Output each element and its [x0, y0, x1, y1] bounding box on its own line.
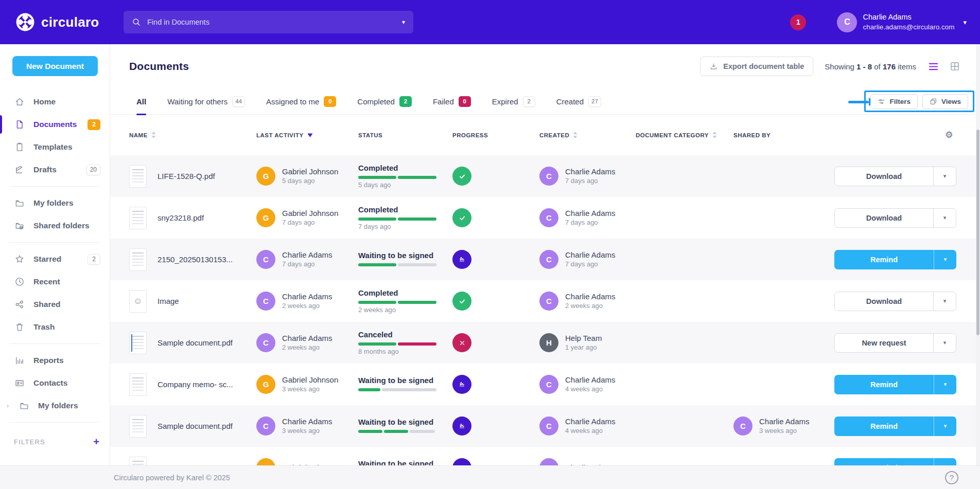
document-name[interactable]: Company memo- sc...: [157, 380, 233, 389]
list-view-icon[interactable]: [927, 61, 939, 72]
sort-icon[interactable]: [151, 132, 156, 138]
sidebar-item-home[interactable]: Home: [0, 90, 110, 113]
tab-expired[interactable]: Expired 2: [492, 88, 535, 115]
tab-all[interactable]: All: [136, 88, 146, 115]
user-menu[interactable]: C Charlie Adams charlie.adams@circularo.…: [837, 12, 967, 32]
sidebar-divider: [9, 242, 100, 243]
document-name[interactable]: Sample document.pdf: [157, 422, 233, 430]
document-name[interactable]: 2150_20250130153...: [157, 255, 233, 264]
remind-button[interactable]: Remind▾: [834, 250, 956, 269]
person-time: 7 days ago: [565, 260, 616, 269]
app-logo[interactable]: circularo: [15, 0, 99, 44]
sidebar-item-drafts[interactable]: Drafts 20: [0, 158, 110, 181]
sidebar-item-contacts[interactable]: Contacts: [0, 372, 110, 394]
progress-bar: [358, 218, 436, 221]
column-header-document-category[interactable]: DOCUMENT CATEGORY: [636, 132, 733, 138]
global-search-input[interactable]: Find in Documents ▾: [124, 11, 413, 33]
tab-completed[interactable]: Completed 2: [357, 88, 412, 115]
chevron-down-icon[interactable]: ▾: [934, 250, 956, 269]
download-icon: [709, 62, 718, 71]
notification-badge[interactable]: 1: [790, 14, 806, 30]
sidebar-item-shared-folders[interactable]: Shared folders: [0, 214, 110, 237]
download-button[interactable]: Download▾: [834, 208, 956, 228]
views-button[interactable]: Views: [922, 94, 968, 109]
table-row[interactable]: Sample document.pdf CCharlie Adams2 week…: [110, 322, 980, 364]
chevron-down-icon[interactable]: ▾: [933, 292, 956, 311]
share-icon: [14, 299, 25, 310]
table-row[interactable]: sny23218.pdf GGabriel Johnson7 days ago …: [110, 197, 980, 239]
document-name[interactable]: Image: [157, 297, 179, 305]
column-header-name[interactable]: NAME: [129, 132, 256, 138]
person-time: 7 days ago: [282, 260, 332, 269]
chevron-right-icon[interactable]: ›: [7, 402, 9, 409]
sidebar-item-recent[interactable]: Recent: [0, 270, 110, 293]
status-label: Waiting to be signed: [358, 251, 452, 260]
column-header-progress[interactable]: PROGRESS: [452, 132, 539, 138]
sidebar-item-reports[interactable]: Reports: [0, 349, 110, 372]
column-header-status[interactable]: STATUS: [358, 132, 452, 138]
table-row[interactable]: Sample document.pdf CCharlie Adams3 week…: [110, 405, 980, 447]
document-name[interactable]: Sample document.pdf: [157, 338, 233, 347]
sidebar-item-trash[interactable]: Trash: [0, 316, 110, 338]
help-icon[interactable]: ?: [945, 471, 958, 484]
new-request-button[interactable]: New request▾: [834, 333, 956, 353]
scrollbar-thumb[interactable]: [976, 130, 979, 335]
document-name[interactable]: sny23218.pdf: [157, 213, 204, 222]
download-button[interactable]: Download▾: [834, 167, 956, 186]
chevron-down-icon[interactable]: ▾: [933, 209, 956, 227]
tab-failed[interactable]: Failed 0: [433, 88, 471, 115]
settings-gear-icon[interactable]: ⚙: [945, 130, 953, 140]
remind-button[interactable]: Remind▾: [834, 416, 956, 436]
sort-icon[interactable]: [573, 132, 577, 138]
document-name[interactable]: LIFE-1528-Q.pdf: [157, 172, 215, 180]
draft-pencil-icon: [14, 165, 25, 175]
scrollbar[interactable]: [976, 44, 980, 489]
sidebar-item-shared[interactable]: Shared: [0, 293, 110, 316]
column-header-created[interactable]: CREATED: [539, 132, 636, 138]
remind-button[interactable]: Remind▾: [834, 375, 956, 394]
sidebar-item-templates[interactable]: Templates: [0, 136, 110, 158]
chevron-down-icon[interactable]: ▾: [934, 416, 956, 436]
download-button[interactable]: Download▾: [834, 292, 956, 311]
document-thumbnail: [129, 332, 147, 354]
avatar: C: [733, 416, 752, 436]
tab-created[interactable]: Created 27: [556, 88, 601, 115]
sort-icon[interactable]: [712, 132, 717, 138]
sidebar-item-starred[interactable]: Starred 2: [0, 248, 110, 270]
column-header-shared-by[interactable]: SHARED BY: [733, 132, 834, 138]
tab-label: Waiting for others: [167, 97, 227, 106]
sort-desc-icon[interactable]: [307, 133, 313, 137]
add-filter-plus-icon[interactable]: +: [93, 436, 99, 448]
sidebar-item-my-folders-tree[interactable]: › My folders: [0, 394, 110, 417]
table-row[interactable]: LIFE-1528-Q.pdf GGabriel Johnson5 days a…: [110, 155, 980, 197]
folder-icon: [14, 198, 25, 209]
table-row[interactable]: Company memo- sc... GGabriel Johnson3 we…: [110, 364, 980, 405]
tab-waiting-for-others[interactable]: Waiting for others 44: [167, 88, 245, 115]
filters-button[interactable]: Filters: [870, 94, 918, 109]
person-time: 1 year ago: [565, 343, 602, 352]
chevron-down-icon[interactable]: ▾: [933, 167, 956, 186]
table-row[interactable]: 2150_20250130153... CCharlie Adams7 days…: [110, 239, 980, 280]
sidebar-item-my-folders[interactable]: My folders: [0, 192, 110, 214]
tab-assigned-to-me[interactable]: Assigned to me 0: [266, 88, 336, 115]
new-document-button[interactable]: New Document: [12, 56, 98, 76]
avatar: C: [256, 250, 275, 269]
table-row[interactable]: ☺Image CCharlie Adams2 weeks ago Complet…: [110, 280, 980, 322]
sidebar-item-documents[interactable]: Documents 2: [0, 113, 110, 136]
annotation-highlight-box: Filters Views: [864, 90, 974, 112]
status-time: 8 months ago: [358, 348, 452, 355]
tab-label: All: [136, 97, 146, 106]
chevron-down-icon[interactable]: ▾: [933, 334, 956, 352]
export-document-table-button[interactable]: Export document table: [700, 57, 813, 76]
status-label: Waiting to be signed: [358, 376, 452, 385]
sidebar-item-label: Shared: [33, 300, 61, 309]
grid-view-icon[interactable]: [949, 61, 960, 72]
chevron-down-icon[interactable]: ▾: [934, 375, 956, 394]
person-time: 7 days ago: [565, 177, 616, 186]
column-header-last-activity[interactable]: LAST ACTIVITY: [256, 132, 358, 138]
status-label: Completed: [358, 205, 452, 214]
person-name: Help Team: [565, 333, 602, 343]
signature-icon: [452, 375, 471, 394]
search-scope-chevron-down-icon[interactable]: ▾: [402, 19, 405, 26]
sidebar-item-label: Shared folders: [33, 221, 90, 230]
